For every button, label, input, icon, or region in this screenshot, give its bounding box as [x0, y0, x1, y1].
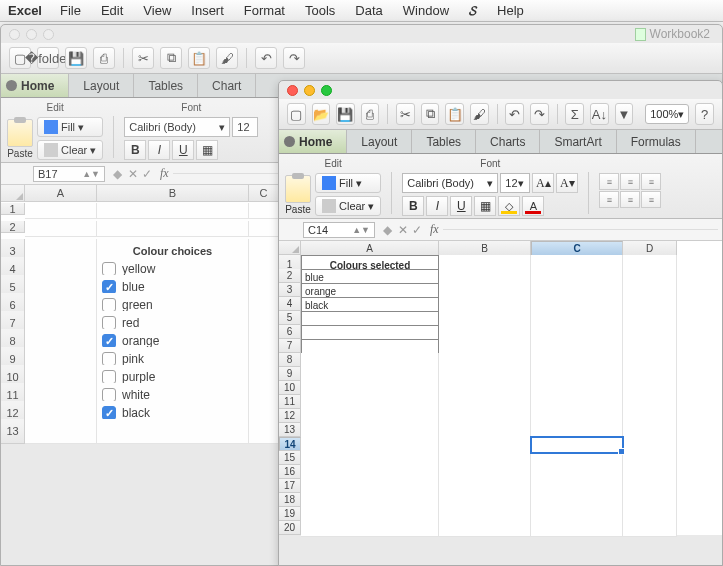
navigate-icon[interactable]: ◆ [383, 223, 392, 237]
checkbox-blue[interactable] [102, 280, 116, 294]
paste-button[interactable]: Paste [285, 175, 311, 215]
minimize-dot[interactable] [304, 85, 315, 96]
tab-smartart[interactable]: SmartArt [540, 130, 616, 153]
sort-icon[interactable]: A↓ [590, 103, 609, 125]
row-header[interactable]: 18 [279, 493, 301, 507]
autosum-icon[interactable]: Σ [565, 103, 584, 125]
font-color-button[interactable]: A [522, 196, 544, 216]
row-header[interactable]: 8 [279, 353, 301, 367]
row-header[interactable]: 11 [279, 395, 301, 409]
confirm-icon[interactable]: ✓ [142, 167, 152, 181]
row-header[interactable]: 3 [279, 283, 301, 297]
confirm-icon[interactable]: ✓ [412, 223, 422, 237]
row-header[interactable]: 19 [279, 507, 301, 521]
col-header-b[interactable]: B [97, 185, 249, 202]
bold-button[interactable]: B [124, 140, 146, 160]
menu-file[interactable]: File [60, 3, 81, 18]
checkbox-yellow[interactable] [102, 262, 116, 276]
open-icon[interactable]: 📂 [312, 103, 331, 125]
format-painter-icon[interactable]: 🖌 [470, 103, 489, 125]
print-icon[interactable]: ⎙ [361, 103, 380, 125]
align-middle[interactable]: ≡ [620, 173, 640, 190]
row-header[interactable]: 16 [279, 465, 301, 479]
fx-icon[interactable]: fx [160, 166, 169, 181]
row-header[interactable]: 20 [279, 521, 301, 535]
menu-tools[interactable]: Tools [305, 3, 335, 18]
undo-icon[interactable]: ↶ [505, 103, 524, 125]
row-header[interactable]: 5 [279, 311, 301, 325]
row-header[interactable]: 12 [279, 409, 301, 423]
navigate-icon[interactable]: ◆ [113, 167, 122, 181]
underline-button[interactable]: U [450, 196, 472, 216]
copy-icon[interactable]: ⧉ [160, 47, 182, 69]
tab-layout[interactable]: Layout [69, 74, 134, 97]
help-icon[interactable]: ? [695, 103, 714, 125]
close-dot[interactable] [287, 85, 298, 96]
zoom-dot[interactable] [43, 29, 54, 40]
save-icon[interactable]: 💾 [65, 47, 87, 69]
borders-button[interactable]: ▦ [196, 140, 218, 160]
formula-input[interactable] [443, 229, 718, 230]
cell-c14[interactable] [531, 437, 623, 453]
filter-icon[interactable]: ▼ [615, 103, 634, 125]
format-painter-icon[interactable]: 🖌 [216, 47, 238, 69]
fill-button[interactable]: Fill ▾ [315, 173, 381, 193]
checkbox-black[interactable] [102, 406, 116, 420]
font-name-select[interactable]: Calibri (Body)▾ [124, 117, 230, 137]
checkbox-white[interactable] [102, 388, 116, 402]
cut-icon[interactable]: ✂ [132, 47, 154, 69]
traffic-lights[interactable] [279, 81, 722, 99]
tab-formulas[interactable]: Formulas [617, 130, 696, 153]
zoom-dot[interactable] [321, 85, 332, 96]
checkbox-pink[interactable] [102, 352, 116, 366]
sheet-grid-fg[interactable]: A B C D 1 Colours selected 2 blue 3 oran… [279, 241, 722, 535]
italic-button[interactable]: I [148, 140, 170, 160]
row-header[interactable]: 13 [1, 419, 25, 444]
checkbox-green[interactable] [102, 298, 116, 312]
minimize-dot[interactable] [26, 29, 37, 40]
checkbox-red[interactable] [102, 316, 116, 330]
menu-format[interactable]: Format [244, 3, 285, 18]
clear-button[interactable]: Clear ▾ [37, 140, 103, 160]
row-header[interactable]: 6 [279, 325, 301, 339]
new-icon[interactable]: ▢ [287, 103, 306, 125]
row-header[interactable]: 9 [279, 367, 301, 381]
paste-icon[interactable]: 📋 [445, 103, 464, 125]
align-top[interactable]: ≡ [599, 173, 619, 190]
row-header[interactable]: 10 [279, 381, 301, 395]
menu-window[interactable]: Window [403, 3, 449, 18]
zoom-select[interactable]: 100% ▾ [645, 104, 689, 124]
print-icon[interactable]: ⎙ [93, 47, 115, 69]
fx-icon[interactable]: fx [430, 222, 439, 237]
row-header[interactable]: 15 [279, 451, 301, 465]
tab-layout[interactable]: Layout [347, 130, 412, 153]
cancel-icon[interactable]: ✕ [128, 167, 138, 181]
col-header-a[interactable]: A [25, 185, 97, 202]
row-header[interactable]: 13 [279, 423, 301, 437]
row-header[interactable]: 7 [279, 339, 301, 353]
grow-font-button[interactable]: A▴ [532, 173, 554, 193]
save-icon[interactable]: 💾 [336, 103, 355, 125]
redo-icon[interactable]: ↷ [283, 47, 305, 69]
borders-button[interactable]: ▦ [474, 196, 496, 216]
tab-home[interactable]: Home [1, 74, 69, 97]
col-header-a[interactable]: A [301, 241, 439, 256]
align-right[interactable]: ≡ [641, 191, 661, 208]
name-box[interactable]: B17▲▼ [33, 166, 105, 182]
italic-button[interactable]: I [426, 196, 448, 216]
bold-button[interactable]: B [402, 196, 424, 216]
script-menu-icon[interactable]: 𝓢 [469, 3, 477, 19]
redo-icon[interactable]: ↷ [530, 103, 549, 125]
menu-help[interactable]: Help [497, 3, 524, 18]
row-header[interactable]: 2 [1, 221, 25, 233]
menu-insert[interactable]: Insert [191, 3, 224, 18]
close-dot[interactable] [9, 29, 20, 40]
font-size-select[interactable]: 12 ▾ [500, 173, 530, 193]
cut-icon[interactable]: ✂ [396, 103, 415, 125]
undo-icon[interactable]: ↶ [255, 47, 277, 69]
row-header[interactable]: 1 [1, 203, 25, 215]
checkbox-orange[interactable] [102, 334, 116, 348]
select-all-corner[interactable] [1, 185, 25, 202]
row-header[interactable]: 2 [279, 269, 301, 283]
underline-button[interactable]: U [172, 140, 194, 160]
